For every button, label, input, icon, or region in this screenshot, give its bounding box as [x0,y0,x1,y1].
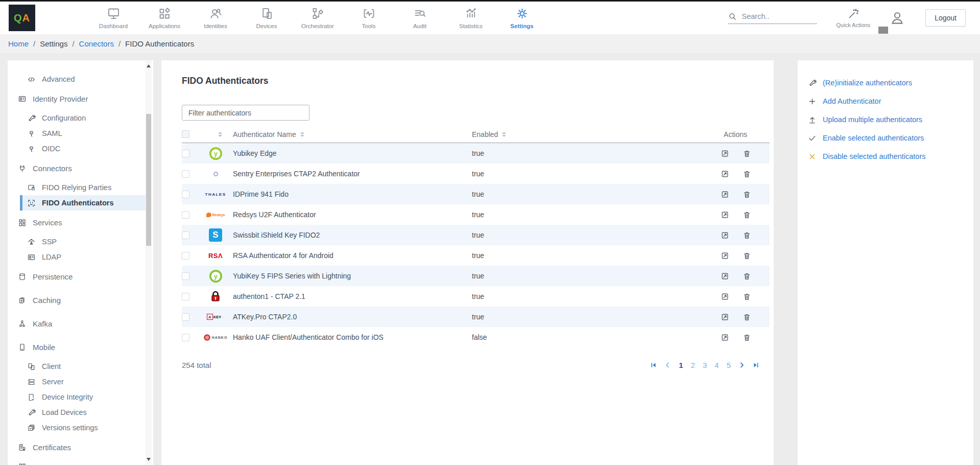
delete-authenticator-icon[interactable] [743,149,751,158]
sidebar-item-fido-authenticators[interactable]: FIDO Authenticators [20,195,146,211]
logout-button[interactable]: Logout [925,9,966,27]
table-row[interactable]: S Swissbit iShield Key FIDO2 true [182,225,770,245]
user-menu[interactable] [890,2,906,34]
sidebar-item-configuration[interactable]: Configuration [8,110,153,126]
sidebar-item-device-integrity[interactable]: Device Integrity [8,389,153,405]
pagination-first-icon[interactable] [650,362,657,368]
add-authenticator-link[interactable]: Add Authenticator [808,92,963,110]
scroll-down-arrow-icon[interactable] [147,458,151,461]
table-row[interactable]: Sentry Enterprises CTAP2 Authenticator t… [182,164,770,184]
table-row[interactable]: RSΛ RSA Authenticator 4 for Android true [182,245,770,266]
search-icon[interactable] [728,12,737,21]
sidebar-item-fido-relying-parties[interactable]: FIDO Relying Parties [8,180,153,195]
sort-icon[interactable] [502,132,506,137]
table-row[interactable]: y Yubikey Edge true [182,143,770,164]
row-checkbox[interactable] [182,313,189,321]
nav-item-statistics[interactable]: Statistics [445,2,496,34]
open-authenticator-icon[interactable] [721,313,729,321]
sidebar-item-identity-provider[interactable]: Identity Provider [8,91,153,106]
row-checkbox[interactable] [182,231,189,239]
table-row[interactable]: HANKO Hanko UAF Client/Authenticator Com… [182,327,770,347]
open-authenticator-icon[interactable] [721,292,729,301]
select-all-checkbox[interactable] [182,130,189,138]
sidebar-item-ldap[interactable]: LDAP [8,249,153,265]
open-authenticator-icon[interactable] [721,170,729,178]
open-authenticator-icon[interactable] [721,190,729,199]
delete-authenticator-icon[interactable] [743,190,751,199]
row-checkbox[interactable] [182,252,189,260]
pagination-next-icon[interactable] [738,362,745,368]
table-row[interactable]: THALES IDPrime 941 Fido true [182,184,770,204]
page-number-1[interactable]: 1 [679,361,683,369]
sidebar-item-certificates[interactable]: Certificates [8,439,153,455]
nav-item-devices[interactable]: Devices [241,2,292,34]
pagination-prev-icon[interactable] [664,362,671,368]
sidebar-item-oidc[interactable]: OIDC [8,141,153,156]
sidebar-item-clipped[interactable] [8,459,153,465]
nav-item-orchestrator[interactable]: Orchestrator [292,2,343,34]
upload-multiple-authenticators-link[interactable]: Upload multiple authenticators [808,110,963,129]
open-authenticator-icon[interactable] [721,211,729,219]
search-input[interactable] [742,12,808,20]
page-number-3[interactable]: 3 [703,361,707,369]
delete-authenticator-icon[interactable] [743,292,751,301]
row-checkbox[interactable] [182,334,189,341]
sidebar-item-server[interactable]: Server [8,374,153,389]
scrollbar-thumb[interactable] [146,114,151,246]
sidebar-item-services[interactable]: Services [8,215,153,230]
sidebar-item-load-devices[interactable]: Load Devices [8,405,153,420]
scroll-up-arrow-icon[interactable] [147,64,151,67]
nav-item-applications[interactable]: Applications [139,2,190,34]
sort-icon[interactable] [218,132,222,137]
row-checkbox[interactable] [182,150,189,157]
table-row[interactable]: authenton1 - CTAP 2.1 true [182,286,770,307]
breadcrumb-home[interactable]: Home [8,39,29,48]
delete-authenticator-icon[interactable] [743,313,751,321]
sidebar-item-mobile[interactable]: Mobile [8,339,153,355]
delete-authenticator-icon[interactable] [743,333,751,342]
nav-item-settings[interactable]: Settings [496,2,547,34]
nav-item-dashboard[interactable]: Dashboard [88,2,139,34]
open-authenticator-icon[interactable] [721,272,729,281]
table-row[interactable]: Redsys Redsys U2F Authenticator true [182,204,770,225]
sidebar-item-persistence[interactable]: Persistence [8,269,153,284]
disable-selected-authenticators-link[interactable]: Disable selected authenticators [808,147,963,166]
row-checkbox[interactable] [182,211,189,219]
sidebar-scrollbar[interactable] [146,60,152,465]
sidebar-item-saml[interactable]: SAML [8,126,153,141]
sidebar-item-ssp[interactable]: SSP [8,234,153,249]
delete-authenticator-icon[interactable] [743,231,751,240]
row-checkbox[interactable] [182,272,189,280]
breadcrumb-conectors[interactable]: Conectors [79,39,114,48]
sidebar-item-kafka[interactable]: Kafka [8,316,153,331]
table-row[interactable]: y YubiKey 5 FIPS Series with Lightning t… [182,266,770,286]
open-authenticator-icon[interactable] [721,149,729,158]
sidebar-item-client[interactable]: Client [8,359,153,374]
table-row[interactable]: AKEY... ATKey.Pro CTAP2.0 true [182,307,770,327]
sidebar-item-connectors[interactable]: Connectors [8,160,153,176]
page-number-2[interactable]: 2 [691,361,695,369]
delete-authenticator-icon[interactable] [743,170,751,178]
nav-item-tools[interactable]: Tools [343,2,394,34]
nav-item-identities[interactable]: Identities [190,2,241,34]
open-authenticator-icon[interactable] [721,251,729,260]
quick-actions-button[interactable]: Quick Actions [836,8,871,28]
delete-authenticator-icon[interactable] [743,251,751,260]
page-number-5[interactable]: 5 [727,361,731,369]
delete-authenticator-icon[interactable] [743,272,751,281]
enable-selected-authenticators-link[interactable]: Enable selected authenticators [808,129,963,147]
sidebar-item-caching[interactable]: Caching [8,292,153,308]
pagination-last-icon[interactable] [753,362,759,368]
sort-icon[interactable] [300,132,304,137]
app-logo[interactable]: QA [9,5,35,31]
nav-item-audit[interactable]: Audit [394,2,445,34]
row-checkbox[interactable] [182,191,189,198]
open-authenticator-icon[interactable] [721,231,729,240]
sidebar-item-versions-settings[interactable]: Versions settings [8,420,153,435]
page-number-4[interactable]: 4 [714,361,719,369]
sidebar-item-advanced[interactable]: Advanced [8,72,153,87]
reinitialize-authenticators-link[interactable]: (Re)initialize authenticators [808,74,963,92]
row-checkbox[interactable] [182,293,189,300]
delete-authenticator-icon[interactable] [743,211,751,219]
open-authenticator-icon[interactable] [721,333,729,342]
